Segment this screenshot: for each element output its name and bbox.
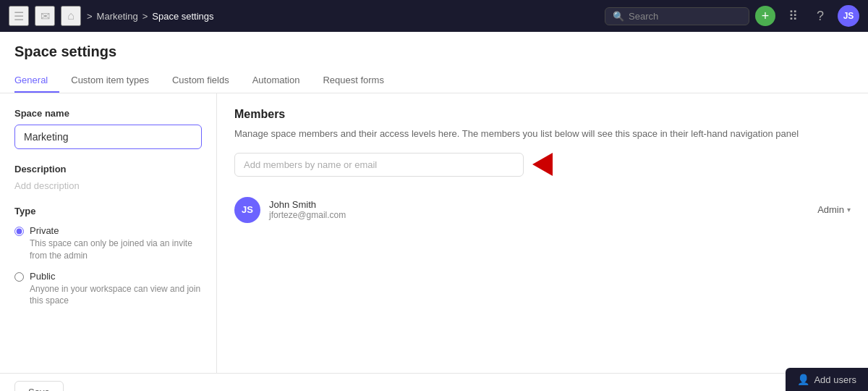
main-content: Space name Description Add description T…	[0, 93, 868, 373]
page-header: Space settings General Custom item types…	[0, 32, 868, 93]
type-public-option: Public Anyone in your workspace can view…	[14, 271, 202, 308]
grid-icon[interactable]: ⠿	[783, 6, 803, 26]
tab-automation[interactable]: Automation	[241, 69, 312, 93]
search-icon: 🔍	[613, 11, 624, 22]
breadcrumb-sep1: >	[87, 11, 93, 22]
page-title: Space settings	[14, 43, 854, 60]
type-private-label: Private	[30, 225, 202, 236]
type-private-desc: This space can only be joined via an inv…	[30, 237, 202, 262]
home-icon[interactable]: ⌂	[61, 6, 81, 26]
breadcrumb-marketing[interactable]: Marketing	[97, 11, 138, 22]
type-private-text: Private This space can only be joined vi…	[30, 225, 202, 262]
add-users-label: Add users	[814, 374, 856, 385]
add-members-row	[234, 153, 851, 177]
search-bar[interactable]: 🔍	[605, 7, 749, 25]
member-row: JS John Smith jforteze@gmail.com Admin ▾	[234, 191, 851, 229]
member-avatar: JS	[234, 197, 260, 223]
breadcrumb-sep2: >	[142, 11, 148, 22]
menu-icon[interactable]: ☰	[9, 6, 29, 26]
arrow-annotation	[532, 153, 553, 176]
chevron-down-icon: ▾	[847, 206, 851, 214]
type-public-label: Public	[30, 271, 202, 282]
type-private-option: Private This space can only be joined vi…	[14, 225, 202, 262]
help-icon[interactable]: ?	[810, 6, 830, 26]
add-members-input[interactable]	[234, 153, 524, 177]
tabs: General Custom item types Custom fields …	[14, 69, 854, 93]
space-name-label: Space name	[14, 108, 202, 119]
type-section: Type Private This space can only be join…	[14, 206, 202, 307]
mail-icon[interactable]: ✉	[35, 6, 55, 26]
type-private-radio[interactable]	[14, 227, 24, 236]
member-role-label: Admin	[817, 204, 844, 215]
tab-general[interactable]: General	[14, 69, 59, 93]
member-info: John Smith jforteze@gmail.com	[269, 199, 809, 220]
left-panel: Space name Description Add description T…	[0, 93, 217, 373]
top-nav: ☰ ✉ ⌂ > Marketing > Space settings 🔍 + ⠿…	[0, 0, 868, 32]
add-button[interactable]: +	[755, 6, 775, 26]
search-input[interactable]	[629, 11, 741, 22]
member-email: jforteze@gmail.com	[269, 210, 809, 220]
member-name: John Smith	[269, 199, 809, 210]
breadcrumb: > Marketing > Space settings	[87, 11, 599, 22]
nav-actions: + ⠿ ? JS	[755, 5, 859, 27]
avatar[interactable]: JS	[838, 5, 859, 27]
member-role-dropdown[interactable]: Admin ▾	[817, 204, 851, 215]
add-users-icon: 👤	[797, 374, 809, 385]
footer: Save	[0, 373, 868, 391]
type-public-radio[interactable]	[14, 272, 24, 282]
description-label: Description	[14, 164, 202, 175]
right-panel: Members Manage space members and their a…	[217, 93, 868, 373]
red-arrow-icon	[532, 153, 553, 176]
tab-custom-item-types[interactable]: Custom item types	[59, 69, 161, 93]
description-section: Description Add description	[14, 164, 202, 191]
members-desc: Manage space members and their access le…	[234, 127, 851, 141]
space-name-input[interactable]	[14, 125, 202, 149]
tab-request-forms[interactable]: Request forms	[311, 69, 396, 93]
space-name-section: Space name	[14, 108, 202, 149]
type-label: Type	[14, 206, 202, 216]
type-public-desc: Anyone in your workspace can view and jo…	[30, 283, 202, 308]
bottom-bar[interactable]: 👤 Add users	[786, 368, 868, 391]
breadcrumb-active: Space settings	[152, 11, 213, 22]
members-title: Members	[234, 108, 851, 121]
type-public-text: Public Anyone in your workspace can view…	[30, 271, 202, 308]
description-placeholder[interactable]: Add description	[14, 180, 202, 191]
tab-custom-fields[interactable]: Custom fields	[161, 69, 241, 93]
save-button[interactable]: Save	[14, 381, 64, 391]
